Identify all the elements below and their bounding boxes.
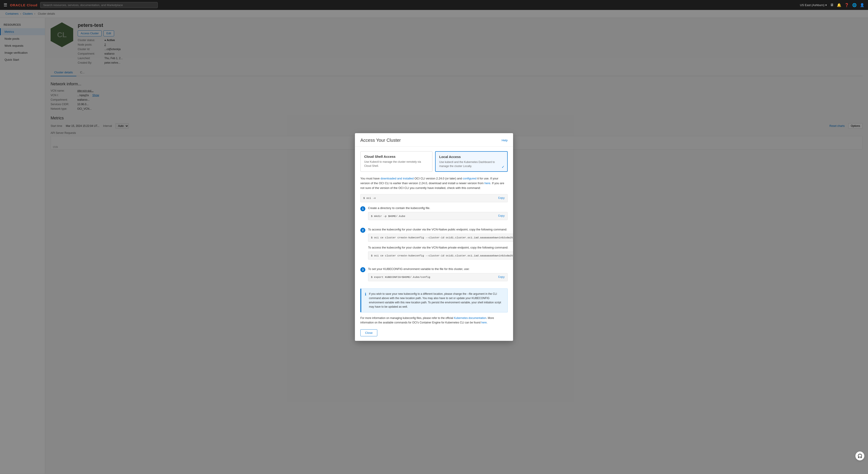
info-box: ℹ If you wish to save your new kubeconfi… — [360, 289, 508, 313]
step-3-code: $ export KUBECONFIG=$HOME/.kube/config — [371, 276, 496, 278]
cloud-shell-tab-desc: Use Kubectl to manage the cluster remote… — [364, 160, 429, 168]
access-cluster-modal: Access Your Cluster Help Cloud Shell Acc… — [355, 133, 513, 341]
version-check-copy-button[interactable]: Copy — [498, 197, 505, 200]
step-1-code: $ mkdir -p $HOME/.kube — [371, 215, 496, 217]
language-icon[interactable]: 🌐 — [852, 3, 857, 7]
cloud-shell-tab-title: Cloud Shell Access — [364, 155, 429, 159]
help-icon[interactable]: ❓ — [844, 3, 849, 7]
cloud-text: Cloud — [27, 3, 38, 7]
modal-body: Cloud Shell Access Use Kubectl to manage… — [355, 147, 513, 341]
modal-overlay: Access Your Cluster Help Cloud Shell Acc… — [0, 0, 868, 474]
close-button[interactable]: Close — [360, 329, 377, 336]
instructions-text: You must have downloaded and installed O… — [360, 176, 508, 190]
info-box-text: If you wish to save your new kubeconfig … — [369, 292, 504, 309]
step-3-label: To set your KUBECONFIG environment varia… — [368, 267, 508, 271]
version-check-code-block: $ oci -v Copy — [360, 194, 508, 202]
cloud-shell-tab[interactable]: Cloud Shell Access Use Kubectl to manage… — [360, 151, 432, 172]
footer-text: For more information on managing kubecon… — [360, 316, 508, 325]
step-3-number: 3 — [360, 267, 365, 272]
local-access-tab-desc: Use kubectl and the Kubernetes Dashboard… — [439, 160, 504, 168]
local-access-tab-title: Local Access — [439, 155, 504, 159]
step-3-copy-button[interactable]: Copy — [498, 276, 505, 279]
region-selector[interactable]: US East (Ashburn) ▾ — [800, 3, 827, 7]
user-profile-icon[interactable]: 👤 — [860, 3, 864, 7]
step-2: 2 To access the kubeconfig for your clus… — [360, 227, 508, 263]
step-3-code-block: $ export KUBECONFIG=$HOME/.kube/config C… — [368, 273, 508, 281]
support-button[interactable]: 🎧 — [855, 451, 864, 461]
search-input[interactable] — [40, 2, 158, 8]
oracle-logo: ORACLE Cloud — [10, 3, 37, 7]
modal-title: Access Your Cluster — [360, 138, 401, 143]
step-1-label: Create a directory to contain the kubeco… — [368, 206, 508, 210]
step-2-private-code-block: $ oci ce cluster create-kubeconfig --clu… — [368, 251, 513, 260]
downloaded-installed-link[interactable]: downloaded and installed — [380, 177, 414, 180]
region-label: US East (Ashburn) — [800, 3, 825, 7]
nav-right: US East (Ashburn) ▾ 🖥 🔔 ❓ 🌐 👤 — [800, 3, 864, 7]
modal-help-link[interactable]: Help — [501, 139, 508, 142]
cloud-shell-icon[interactable]: 🖥 — [830, 3, 834, 7]
step-2-public-code: $ oci ce cluster create-kubeconfig --clu… — [371, 236, 513, 239]
step-2-label: To access the kubeconfig for your cluste… — [368, 227, 513, 232]
step-1-code-block: $ mkdir -p $HOME/.kube Copy — [368, 212, 508, 220]
support-icon: 🎧 — [857, 453, 862, 459]
here-link-1[interactable]: here — [485, 181, 490, 185]
step-1-copy-button[interactable]: Copy — [498, 214, 505, 217]
selected-checkmark: ✓ — [501, 165, 504, 169]
step-2-number: 2 — [360, 228, 365, 233]
step-1: 1 Create a directory to contain the kube… — [360, 206, 508, 224]
step-3: 3 To set your KUBECONFIG environment var… — [360, 267, 508, 285]
modal-header: Access Your Cluster Help — [355, 133, 513, 147]
oracle-text: ORACLE — [10, 3, 26, 7]
step-1-content: Create a directory to contain the kubeco… — [368, 206, 508, 224]
top-navigation: ☰ ORACLE Cloud US East (Ashburn) ▾ 🖥 🔔 ❓… — [0, 0, 868, 10]
step-2-private-code: $ oci ce cluster create-kubeconfig --clu… — [371, 254, 513, 257]
step-2-label-2: To access the kubeconfig for your cluste… — [368, 245, 513, 250]
access-method-tabs: Cloud Shell Access Use Kubectl to manage… — [360, 151, 508, 172]
step-1-number: 1 — [360, 206, 365, 211]
info-icon: ℹ — [365, 292, 366, 309]
kubernetes-docs-link[interactable]: Kubernetes documentation — [454, 316, 486, 319]
step-3-content: To set your KUBECONFIG environment varia… — [368, 267, 508, 285]
version-check-code: $ oci -v — [363, 197, 496, 200]
step-2-content: To access the kubeconfig for your cluste… — [368, 227, 513, 263]
hamburger-menu-icon[interactable]: ☰ — [4, 2, 7, 7]
chevron-down-icon: ▾ — [825, 3, 827, 7]
configured-link[interactable]: configured — [463, 177, 476, 180]
step-2-public-code-block: $ oci ce cluster create-kubeconfig --clu… — [368, 234, 513, 242]
here-link-2[interactable]: here — [481, 321, 487, 324]
local-access-tab[interactable]: Local Access Use kubectl and the Kuberne… — [435, 151, 508, 172]
notifications-icon[interactable]: 🔔 — [837, 3, 841, 7]
